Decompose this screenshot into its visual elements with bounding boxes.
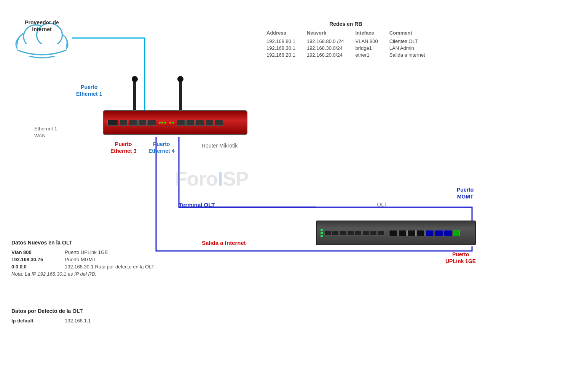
router-antenna-tip-right (177, 76, 183, 82)
redes-val-comment-1: Clientes OLT (389, 38, 425, 44)
datos-val-1: Puerto UPLink 1GE (65, 249, 108, 255)
datos-key-3: 0.0.0.0 (11, 264, 57, 270)
router-port-2 (129, 120, 137, 126)
redes-title: Redes en RB (266, 21, 425, 27)
router-port-5 (177, 120, 185, 126)
label-port-uplink: Puerto UPLink 1GE (445, 251, 476, 265)
olt-led-3 (321, 235, 323, 237)
datos-nuevos-row-3: 0.0.0.0 192.168.30.1 Ruta por defecto en… (11, 264, 154, 270)
datos-nuevos-row-1: Vlan 800 Puerto UPLink 1GE (11, 249, 154, 255)
datos-key-2: 192.168.30.75 (11, 257, 57, 262)
datos-defecto-title: Datos por Defecto de la OLT (11, 308, 91, 314)
router-antenna-tip-left (132, 76, 138, 82)
olt-sfp-2 (398, 230, 407, 236)
olt-device: tp-link (316, 221, 476, 251)
olt-pon-8 (378, 230, 384, 236)
router-body (103, 110, 247, 135)
datos-nuevos-title: Datos Nuevos en la OLT (11, 240, 154, 246)
router-antenna-right (179, 80, 182, 112)
label-terminal-olt: Terminal OLT (179, 202, 215, 208)
router-led-4 (167, 122, 169, 124)
label-salida-internet: Salida a Internet (202, 240, 246, 246)
redes-val-interface-1: VLAN 800 (356, 38, 378, 44)
cloud-label-line2: Internet (32, 26, 51, 32)
datos-nuevos-row-2: 192.168.30.75 Puerto MGMT (11, 257, 154, 262)
olt-ports-pon (324, 230, 384, 236)
olt-sfp-3 (407, 230, 416, 236)
label-router: Router Mikrotik (202, 143, 238, 149)
redes-val-network-3: 192.168.20.0/24 (307, 52, 344, 58)
router-led-5 (169, 122, 171, 124)
router-port-3 (138, 120, 147, 126)
redes-val-interface-3: ether1 (356, 52, 378, 58)
label-eth4: Puerto Ethernet 4 (148, 141, 174, 154)
router-led-2 (161, 122, 163, 124)
redes-val-address-3: 192.168.20.1 (266, 52, 295, 58)
olt-pon-4 (347, 230, 354, 236)
redes-val-comment-3: Salida a internet (389, 52, 425, 58)
redes-header-address: Address (266, 30, 295, 36)
label-eth1: Puerto Ethernet 1 (76, 84, 102, 97)
cloud-label-line1: Proveedor de (25, 19, 59, 25)
router-led-1 (159, 122, 161, 124)
router-port-7 (196, 120, 204, 126)
redes-val-interface-2: bridge1 (356, 45, 378, 51)
olt-pon-3 (340, 230, 346, 236)
wan-label-line2: WAN (34, 133, 46, 138)
datos-defecto-val-1: 192.168.1.1 (65, 318, 91, 324)
redes-val-network-1: 192.168.80.0 /24 (307, 38, 344, 44)
datos-defecto-key-1: Ip default (11, 318, 57, 324)
olt-ports-sfp (389, 230, 460, 236)
redes-col-comment: Comment Clientes OLT LAN Admin Salida a … (389, 30, 425, 58)
redes-col-address: Address 192.168.80.1 192.168.30.1 192.16… (266, 30, 295, 58)
router-port-4 (148, 120, 156, 126)
redes-val-comment-2: LAN Admin (389, 45, 425, 51)
olt-sfp-5 (426, 230, 434, 236)
redes-en-rb-table: Redes en RB Address 192.168.80.1 192.168… (266, 21, 425, 58)
redes-col-network: Network 192.168.80.0 /24 192.168.30.0/24… (307, 30, 344, 58)
watermark: ForoISP (175, 167, 248, 190)
router-device (103, 110, 247, 141)
olt-led-2 (321, 232, 323, 234)
olt-pon-7 (370, 230, 377, 236)
redes-header-interface: Inteface (356, 30, 378, 36)
redes-col-interface: Inteface VLAN 800 bridge1 ether1 (356, 30, 378, 58)
redes-header-network: Network (307, 30, 344, 36)
olt-sfp-uplink (444, 230, 452, 236)
olt-body (316, 221, 476, 245)
router-port-8 (205, 120, 214, 126)
wan-label: Ethernet 1 WAN (34, 125, 57, 139)
datos-defecto-row-1: Ip default 192.168.1.1 (11, 318, 91, 324)
router-port-6 (186, 120, 195, 126)
router-ports (104, 111, 247, 134)
olt-led-1 (321, 229, 323, 231)
redes-val-network-2: 192.168.30.0/24 (307, 45, 344, 51)
olt-leds-left (321, 229, 323, 237)
diagram-container: Proveedor de Internet Ethernet 1 WAN (0, 0, 571, 392)
connection-lines (0, 0, 571, 392)
redes-val-address-2: 192.168.30.1 (266, 45, 295, 51)
olt-sfp-1 (389, 230, 397, 236)
olt-sfp-6 (435, 230, 443, 236)
router-antenna-left (133, 80, 136, 112)
olt-pon-2 (332, 230, 339, 236)
olt-pon-5 (355, 230, 362, 236)
datos-defecto-section: Datos por Defecto de la OLT Ip default 1… (11, 308, 91, 325)
olt-pon-1 (324, 230, 331, 236)
redes-val-address-1: 192.168.80.1 (266, 38, 295, 44)
label-eth3: Puerto Ethernet 3 (110, 141, 136, 154)
olt-sfp-mgmt (453, 230, 460, 236)
olt-pon-6 (362, 230, 369, 236)
label-port-mgmt: Puerto MGMT (457, 186, 474, 200)
router-led-6 (172, 122, 174, 124)
datos-key-1: Vlan 800 (11, 249, 57, 255)
datos-nuevos-section: Datos Nuevos en la OLT Vlan 800 Puerto U… (11, 240, 154, 277)
datos-val-2: Puerto MGMT (65, 257, 96, 262)
router-leds (159, 122, 174, 124)
router-port-sfp (107, 120, 118, 126)
router-port-9 (215, 120, 223, 126)
cloud-label: Proveedor de Internet (11, 19, 72, 33)
label-olt: OLT (377, 202, 387, 208)
router-port-1 (119, 120, 128, 126)
router-led-3 (164, 122, 166, 124)
